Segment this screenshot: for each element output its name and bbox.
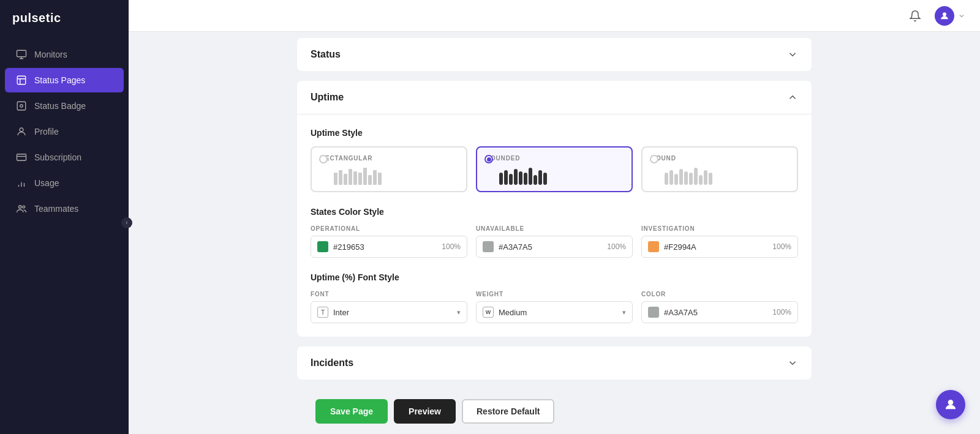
unavailable-swatch [483, 241, 494, 252]
operational-opacity: 100% [442, 242, 461, 251]
unavailable-label: UNAVAILABLE [476, 225, 633, 232]
sidebar-item-monitors[interactable]: Monitors [5, 42, 124, 67]
operational-color-input[interactable]: #219653 100% [311, 236, 467, 258]
teammates-icon [16, 203, 27, 214]
bar [694, 168, 698, 185]
uptime-radio-round [650, 155, 658, 163]
uptime-bars-rounded [486, 166, 623, 185]
weight-chevron: ▾ [622, 309, 626, 316]
uptime-bars-rectangular [320, 166, 458, 185]
uptime-style-rounded[interactable]: ROUNDED [476, 146, 633, 192]
sidebar: pulsetic Monitors Status Pages Status Ba… [0, 0, 129, 434]
bar [674, 174, 678, 185]
uptime-card-label: ROUNDED [486, 155, 623, 162]
bar [504, 170, 508, 185]
save-page-button[interactable]: Save Page [315, 399, 388, 424]
bar [499, 173, 503, 185]
uptime-card-label: ROUND [651, 155, 788, 162]
uptime-radio-rounded [484, 155, 493, 163]
bar [514, 169, 518, 185]
bar [363, 168, 367, 185]
uptime-section-title: Uptime [311, 92, 344, 103]
uptime-radio-rectangular [319, 155, 328, 163]
uptime-style-round[interactable]: ROUND [641, 146, 798, 192]
svg-rect-5 [17, 154, 26, 161]
font-select[interactable]: T Inter ▾ [311, 301, 467, 323]
bar [689, 173, 693, 185]
font-color-swatch [648, 307, 659, 318]
user-menu[interactable] [935, 6, 965, 26]
bar [665, 173, 668, 185]
content-area: Status Uptime Uptime Style [129, 32, 980, 434]
sidebar-item-usage[interactable]: Usage [5, 171, 124, 195]
status-section-title: Status [311, 49, 341, 60]
uptime-section: Uptime Uptime Style RECTANGULAR [297, 81, 812, 337]
investigation-color-input[interactable]: #F2994A 100% [641, 236, 798, 258]
app-logo: pulsetic [0, 0, 129, 36]
bar [669, 170, 673, 185]
bar [378, 173, 382, 185]
font-chevron: ▾ [457, 309, 461, 316]
bar [368, 175, 372, 185]
restore-default-button[interactable]: Restore Default [462, 399, 554, 424]
svg-point-6 [19, 206, 22, 209]
uptime-style-options: RECTANGULAR [311, 146, 798, 192]
uptime-section-header[interactable]: Uptime [297, 81, 812, 114]
investigation-hex: #F2994A [664, 242, 767, 252]
font-field: FONT T Inter ▾ [311, 291, 467, 323]
incidents-section-header[interactable]: Incidents [297, 346, 812, 380]
investigation-color-field: INVESTIGATION #F2994A 100% [641, 225, 798, 258]
status-section-header[interactable]: Status [297, 38, 812, 71]
notification-bell[interactable] [905, 6, 925, 26]
bar [519, 171, 522, 185]
bar [709, 173, 712, 185]
chevron-down-icon [958, 12, 965, 20]
font-color-opacity: 100% [772, 308, 791, 316]
svg-point-9 [948, 400, 952, 405]
weight-select[interactable]: W Medium ▾ [476, 301, 633, 323]
bar [339, 170, 342, 185]
sidebar-item-label: Usage [34, 178, 59, 188]
fab-user-button[interactable] [936, 390, 965, 419]
unavailable-color-field: UNAVAILABLE #A3A7A5 100% [476, 225, 633, 258]
bell-icon [909, 10, 921, 22]
incidents-section: Incidents [297, 346, 812, 380]
sidebar-item-profile[interactable]: Profile [5, 119, 124, 144]
sidebar-collapse-button[interactable]: ‹ [121, 217, 132, 228]
unavailable-hex: #A3A7A5 [499, 242, 602, 252]
investigation-swatch [648, 241, 659, 252]
sidebar-item-status-pages[interactable]: Status Pages [5, 68, 124, 92]
bar [684, 171, 688, 185]
content-inner: Status Uptime Uptime Style [279, 32, 830, 434]
bar [353, 171, 357, 185]
font-color-input[interactable]: #A3A7A5 100% [641, 301, 798, 323]
unavailable-color-input[interactable]: #A3A7A5 100% [476, 236, 633, 258]
operational-hex: #219653 [333, 242, 437, 252]
bar [349, 169, 352, 185]
sidebar-item-status-badge[interactable]: Status Badge [5, 94, 124, 118]
bar [524, 173, 527, 185]
color-label: COLOR [641, 291, 798, 297]
bar [334, 173, 337, 185]
uptime-style-rectangular[interactable]: RECTANGULAR [311, 146, 467, 192]
bar [533, 175, 537, 185]
uptime-card-label: RECTANGULAR [320, 155, 458, 162]
bar [699, 175, 703, 185]
svg-rect-0 [17, 50, 26, 57]
bar [538, 170, 542, 185]
sidebar-item-label: Subscription [34, 152, 81, 162]
states-color-grid: OPERATIONAL #219653 100% UNAVAILABLE [311, 225, 798, 258]
preview-button[interactable]: Preview [394, 399, 456, 424]
sidebar-item-label: Profile [34, 127, 59, 137]
svg-point-7 [23, 206, 25, 208]
chevron-down-icon [787, 357, 798, 369]
sidebar-item-subscription[interactable]: Subscription [5, 145, 124, 170]
unavailable-opacity: 100% [607, 242, 626, 251]
uptime-section-body: Uptime Style RECTANGULAR [297, 114, 812, 337]
bar [679, 169, 683, 185]
sidebar-item-teammates[interactable]: Teammates [5, 196, 124, 221]
weight-field: WEIGHT W Medium ▾ [476, 291, 633, 323]
sidebar-item-label: Monitors [34, 50, 67, 59]
usage-icon [16, 178, 27, 189]
incidents-section-title: Incidents [311, 357, 353, 369]
